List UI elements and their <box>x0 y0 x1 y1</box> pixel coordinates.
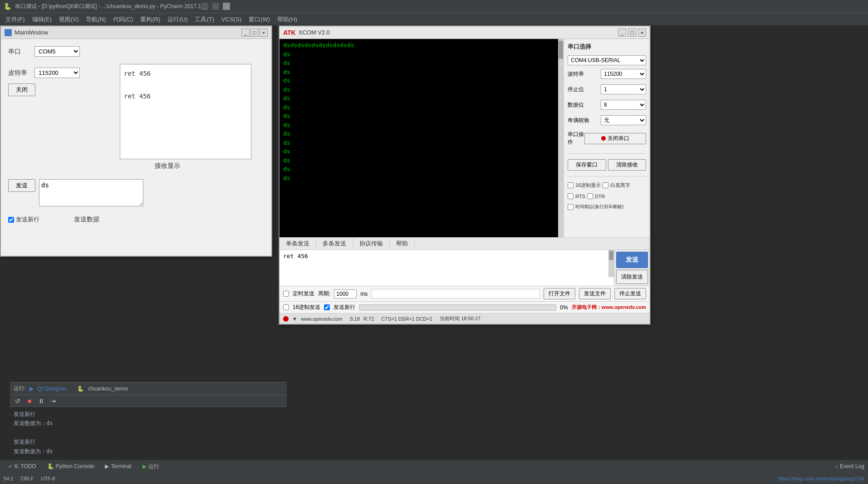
menu-refactor[interactable]: 重构(R) <box>137 15 164 24</box>
mw-maximize-button[interactable]: □ <box>250 29 259 37</box>
newline-checkbox[interactable] <box>8 217 14 223</box>
hex-display-label: 16进制显示 <box>575 182 601 189</box>
baud-label: 皮特率 <box>8 69 31 77</box>
menu-run[interactable]: 运行(U) <box>164 15 191 24</box>
terminal-icon: ▶ <box>105 463 109 469</box>
menu-view[interactable]: 视图(V) <box>55 15 82 24</box>
close-button[interactable]: × <box>223 3 230 10</box>
run-pause-button[interactable]: ⏸ <box>36 396 46 406</box>
serial-select[interactable]: COM5 COM1 COM2 COM3 COM4 <box>34 46 80 57</box>
xcom-minimize-button[interactable]: _ <box>618 29 626 37</box>
xcom-baud-select[interactable]: 115200 9600 57600 <box>601 69 646 79</box>
send-data-label: 发送数据 <box>74 215 99 224</box>
port-select[interactable]: COM4:USB-SERIAL COM1 COM2 COM3 <box>568 55 646 65</box>
term-line-11: ds <box>283 138 554 147</box>
clear-recv-button[interactable]: 清除接收 <box>608 159 647 171</box>
xcom-tab-help[interactable]: 帮助 <box>390 238 415 249</box>
term-line-3: ds <box>283 68 554 77</box>
csdn-link[interactable]: https://blog.csdn.net/maijiangjiang1234 <box>778 476 864 481</box>
xcom-maximize-button[interactable]: □ <box>628 29 636 37</box>
xcom-clear-send-button[interactable]: 清除发送 <box>616 270 648 284</box>
todo-tab[interactable]: ✓ 6: TODO <box>4 462 41 470</box>
minimize-button[interactable]: _ <box>201 3 208 10</box>
action-buttons: 保存窗口 清除接收 <box>568 159 646 171</box>
parity-select[interactable]: 无 奇 偶 <box>601 115 646 125</box>
qt-designer-label: Qt Designer <box>37 386 66 392</box>
run-inner-toolbar: ↺ ■ ⏸ ⇥ <box>10 395 287 407</box>
hex-display-row: 16进制显示 白底黑字 <box>568 182 646 189</box>
mw-minimize-button[interactable]: _ <box>241 29 250 37</box>
menu-code[interactable]: 代码(C) <box>109 15 137 24</box>
stop-bit-row: 停止位 1 1.5 2 <box>568 84 646 94</box>
maximize-button[interactable]: □ <box>212 3 219 10</box>
xcom-tab-protocol[interactable]: 协议传输 <box>353 238 390 249</box>
hex-display-checkbox[interactable] <box>568 182 574 188</box>
timer-send-checkbox[interactable] <box>283 291 289 297</box>
data-bits-select[interactable]: 8 5 6 7 <box>601 100 646 110</box>
python-console-label: Python Console <box>56 463 94 469</box>
xcom-send-button[interactable]: 发送 <box>616 252 648 268</box>
timer-row: 定时发送 周期: ms 打开文件 发送文件 停止发送 <box>280 286 650 302</box>
xcom-tab-single[interactable]: 单条发送 <box>280 238 316 249</box>
close-port-button[interactable]: 关闭 <box>8 83 35 96</box>
open-file-button[interactable]: 打开文件 <box>544 288 575 299</box>
stop-send-button[interactable]: 停止发送 <box>614 288 646 299</box>
period-input[interactable] <box>334 289 357 298</box>
term-line-10: ds <box>283 129 554 138</box>
timer-text-input[interactable] <box>371 289 540 298</box>
timestamp-checkbox[interactable] <box>568 204 574 210</box>
send-button[interactable]: 发送 <box>8 179 35 192</box>
run-stop-button[interactable]: ■ <box>25 396 34 406</box>
stop-bit-select[interactable]: 1 1.5 2 <box>601 84 646 94</box>
baud-select[interactable]: 115200 9600 19200 57600 <box>34 68 80 78</box>
menu-vcs[interactable]: VCS(S) <box>218 15 245 24</box>
send-scrollbar[interactable] <box>608 250 614 277</box>
progress-percent: 0% <box>560 304 568 311</box>
menu-tools[interactable]: 工具(T) <box>191 15 218 24</box>
run-output-line-4: 发送新行 <box>14 437 283 446</box>
send-scroll-thumb[interactable] <box>609 251 613 260</box>
status-dropdown-arrow[interactable]: ▼ <box>292 316 297 322</box>
term-line-2: ds <box>283 59 554 68</box>
save-window-button[interactable]: 保存窗口 <box>568 159 606 171</box>
white-black-checkbox[interactable] <box>603 182 608 188</box>
xcom-send-input[interactable]: ret 456 <box>280 250 608 286</box>
menu-edit[interactable]: 编辑(E) <box>29 15 55 24</box>
run-output: 发送新行 发送数据为：ds 发送新行 发送数据为：ds <box>10 407 287 459</box>
send-input[interactable]: ds <box>39 179 143 206</box>
run-output-line-1: 发送新行 <box>14 410 283 419</box>
python-console-tab[interactable]: 🐍 Python Console <box>43 462 99 470</box>
dtr-checkbox[interactable] <box>587 193 593 199</box>
openedv-link[interactable]: 开源电子网：www.openedv.com <box>572 304 646 311</box>
menu-nav[interactable]: 导航(N) <box>82 15 109 24</box>
menu-window[interactable]: 窗口(W) <box>245 15 274 24</box>
terminal-scroll-thumb[interactable] <box>559 41 563 59</box>
rts-checkbox[interactable] <box>568 193 574 199</box>
bottom-row: 发送新行 发送数据 <box>8 215 264 224</box>
run-step-button[interactable]: ⇥ <box>48 396 58 406</box>
run-tab-bottom[interactable]: ▶ 运行 <box>138 462 164 471</box>
hex-send-checkbox[interactable] <box>283 304 289 310</box>
menu-help[interactable]: 帮助(H) <box>274 15 301 24</box>
send-newline-checkbox[interactable] <box>324 304 330 310</box>
mainwindow-body: 串口 COM5 COM1 COM2 COM3 COM4 皮特率 115200 9… <box>1 39 271 231</box>
event-log-tab[interactable]: ○ Event Log <box>835 463 864 469</box>
menu-file[interactable]: 文件(F) <box>2 15 29 24</box>
xcom-close-button[interactable]: × <box>638 29 646 37</box>
xcom-send-tabs: 单条发送 多条发送 协议传输 帮助 <box>280 237 650 250</box>
mainwindow-titlebar: MainWindow _ □ × <box>1 26 271 39</box>
send-file-button[interactable]: 发送文件 <box>579 288 611 299</box>
chuankou-tab[interactable]: chuankou_demo <box>88 386 128 392</box>
xcom-tab-multi[interactable]: 多条发送 <box>316 238 353 249</box>
event-log-icon: ○ <box>835 463 838 469</box>
check-circle-icon: ✓ <box>8 463 13 469</box>
terminal-tab[interactable]: ▶ Terminal <box>100 462 136 470</box>
qt-designer-tab[interactable]: ▶ <box>29 386 34 392</box>
red-dot-icon <box>601 136 606 141</box>
close-port-button[interactable]: 关闭串口 <box>584 133 646 144</box>
run-panel: 运行: ▶ Qt Designer 🐍 chuankou_demo ↺ ■ ⏸ … <box>10 382 287 473</box>
xcom-bottom: 单条发送 多条发送 协议传输 帮助 ret 456 发送 清除发送 定时发送 周… <box>280 237 650 313</box>
run-restart-button[interactable]: ↺ <box>13 396 23 406</box>
mw-close-button[interactable]: × <box>260 29 268 37</box>
send-newline-label: 发送新行 <box>333 303 355 311</box>
